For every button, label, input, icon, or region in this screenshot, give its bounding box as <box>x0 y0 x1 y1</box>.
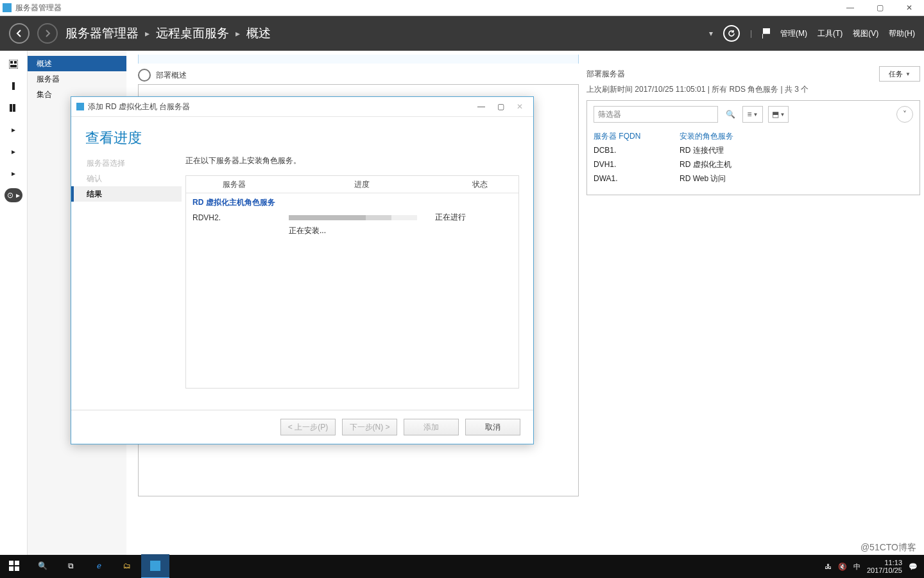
wizard-role-group: RD 虚拟化主机角色服务 <box>186 193 518 209</box>
tray-action-center-icon[interactable]: 💬 <box>909 563 918 571</box>
rail-file-services-icon[interactable]: ▸ <box>4 144 22 159</box>
breadcrumb: 服务器管理器 ▸ 远程桌面服务 ▸ 概述 <box>65 25 271 42</box>
app-icon <box>3 3 12 12</box>
rail-rds-icon[interactable]: ⊙ ▸ <box>4 188 22 202</box>
rail-storage-icon[interactable]: ▸ <box>4 166 22 180</box>
wizard-steps: 服务器选择 确认 结果 <box>71 153 182 405</box>
menu-manage[interactable]: 管理(M) <box>780 28 807 39</box>
windows-taskbar: 🔍 ⧉ ℯ 🗂 🖧 🔇 中 11:13 2017/10/25 💬 <box>0 555 924 578</box>
tray-time[interactable]: 11:13 <box>867 559 902 566</box>
filter-input[interactable] <box>594 106 718 123</box>
taskbar-server-manager-icon[interactable] <box>141 554 169 578</box>
notifications-flag-icon[interactable] <box>762 28 770 39</box>
svg-rect-1 <box>10 61 13 64</box>
cell-role: RD 虚拟化主机 <box>680 159 913 170</box>
side-servers[interactable]: 服务器 <box>28 71 126 87</box>
wizard-next-button: 下一步(N) > <box>342 419 397 435</box>
svg-rect-9 <box>9 566 13 571</box>
left-icon-rail: ▸ ▸ ▸ ⊙ ▸ <box>0 51 28 556</box>
breadcrumb-leaf[interactable]: 概述 <box>246 25 271 42</box>
wizard-maximize-button[interactable]: ▢ <box>492 100 509 113</box>
task-view-icon[interactable]: ⧉ <box>56 554 85 577</box>
wizard-col-server: 服务器 <box>186 179 282 190</box>
add-rd-host-wizard: 添加 RD 虚拟化主机 台服务器 — ▢ ✕ 查看进度 服务器选择 确认 结果 … <box>71 96 534 444</box>
expand-panel-button[interactable]: ˅ <box>896 106 913 123</box>
dropdown-indicator-icon[interactable]: ▾ <box>709 29 713 38</box>
nav-back-button[interactable] <box>9 23 30 44</box>
breadcrumb-root[interactable]: 服务器管理器 <box>65 25 139 42</box>
svg-rect-2 <box>14 61 17 64</box>
window-title: 服务器管理器 <box>15 3 62 13</box>
cortana-search-icon[interactable]: 🔍 <box>28 554 56 577</box>
wizard-progress-table: 服务器 进度 状态 RD 虚拟化主机角色服务 RDVH2. 正在进行 正在安装.… <box>185 175 519 389</box>
wizard-row-status: 正在进行 <box>435 212 512 223</box>
progress-bar <box>289 215 417 220</box>
wizard-icon <box>76 103 84 110</box>
wizard-step-server-selection: 服务器选择 <box>71 155 182 171</box>
deployment-overview-title: 部署概述 <box>156 70 187 81</box>
window-minimize-button[interactable]: — <box>835 0 865 15</box>
wizard-cancel-button[interactable]: 取消 <box>465 419 520 435</box>
rail-dashboard-icon[interactable] <box>4 57 22 71</box>
taskbar-ie-icon[interactable]: ℯ <box>85 554 113 577</box>
tray-ime-indicator[interactable]: 中 <box>853 562 860 572</box>
table-row[interactable]: DWA1. RD Web 访问 <box>594 171 913 186</box>
wizard-heading: 查看进度 <box>85 128 519 148</box>
wizard-title: 添加 RD 虚拟化主机 台服务器 <box>88 101 190 112</box>
svg-rect-7 <box>9 561 13 565</box>
chevron-right-icon: ▸ <box>145 28 150 39</box>
svg-rect-5 <box>10 104 12 112</box>
cell-fqdn: DCB1. <box>594 146 664 155</box>
deployment-servers-panel: 🔍 ≡▼ ⬒▼ ˅ 服务器 FQDN 安装的角色服务 DCB1. <box>586 100 920 195</box>
table-row[interactable]: DCB1. RD 连接代理 <box>594 143 913 157</box>
wizard-col-progress: 进度 <box>282 179 441 190</box>
start-button[interactable] <box>0 554 28 577</box>
deployment-servers-title: 部署服务器 <box>586 69 625 80</box>
info-banner-remnant <box>138 55 579 64</box>
save-query-button[interactable]: ⬒▼ <box>768 106 789 123</box>
tray-date[interactable]: 2017/10/25 <box>867 566 902 574</box>
wizard-row-server: RDVH2. <box>193 213 289 222</box>
menu-view[interactable]: 视图(V) <box>853 28 878 39</box>
wizard-minimize-button[interactable]: — <box>473 100 490 113</box>
window-maximize-button[interactable]: ▢ <box>865 0 894 15</box>
menu-tools[interactable]: 工具(T) <box>817 28 843 39</box>
wizard-progress-row: RDVH2. 正在进行 <box>186 209 518 225</box>
rail-all-servers-icon[interactable] <box>4 101 22 115</box>
tasks-button-label: 任务 <box>889 69 903 79</box>
breadcrumb-level1[interactable]: 远程桌面服务 <box>156 25 229 42</box>
wizard-add-button: 添加 <box>404 419 459 435</box>
col-fqdn[interactable]: 服务器 FQDN <box>594 131 664 142</box>
wizard-close-button[interactable]: ✕ <box>511 100 528 113</box>
tray-volume-icon[interactable]: 🔇 <box>838 563 847 571</box>
menu-help[interactable]: 帮助(H) <box>889 28 915 39</box>
svg-rect-8 <box>15 561 19 565</box>
nav-forward-button[interactable] <box>37 23 58 44</box>
cell-fqdn: DWA1. <box>594 174 664 183</box>
wizard-status-message: 正在以下服务器上安装角色服务。 <box>185 155 519 166</box>
list-view-button[interactable]: ≡▼ <box>742 106 763 123</box>
divider: | <box>750 29 752 38</box>
refresh-button[interactable] <box>723 25 740 42</box>
chevron-down-icon: ▼ <box>905 71 911 77</box>
cell-role: RD Web 访问 <box>680 173 913 184</box>
chevron-right-icon: ▸ <box>235 28 240 39</box>
col-roles[interactable]: 安装的角色服务 <box>680 131 913 142</box>
tasks-dropdown-button[interactable]: 任务 ▼ <box>879 66 920 82</box>
svg-rect-6 <box>13 104 15 112</box>
taskbar-explorer-icon[interactable]: 🗂 <box>113 554 141 577</box>
tray-network-icon[interactable]: 🖧 <box>825 563 832 570</box>
svg-rect-10 <box>15 566 19 571</box>
wizard-footer: < 上一步(P) 下一步(N) > 添加 取消 <box>71 410 533 444</box>
last-refresh-text: 上次刷新时间 2017/10/25 11:05:01 | 所有 RDS 角色服务… <box>586 84 809 95</box>
wizard-step-results[interactable]: 结果 <box>71 186 182 202</box>
rail-ad-ds-icon[interactable]: ▸ <box>4 123 22 137</box>
wizard-row-substatus: 正在安装... <box>289 225 435 236</box>
table-row[interactable]: DVH1. RD 虚拟化主机 <box>594 157 913 171</box>
search-icon[interactable]: 🔍 <box>723 110 737 119</box>
window-close-button[interactable]: ✕ <box>894 0 924 15</box>
side-overview[interactable]: 概述 <box>28 56 126 71</box>
window-titlebar: 服务器管理器 — ▢ ✕ <box>0 0 924 16</box>
rail-local-server-icon[interactable] <box>4 79 22 93</box>
cell-fqdn: DVH1. <box>594 160 664 169</box>
